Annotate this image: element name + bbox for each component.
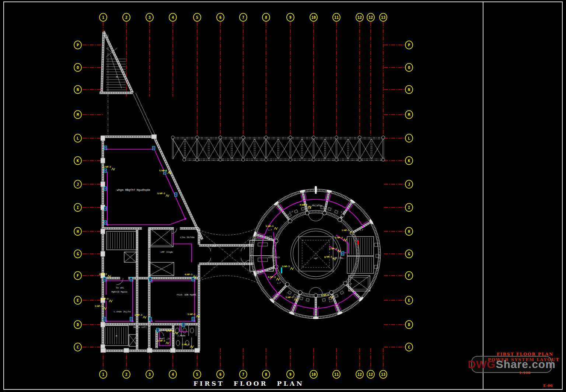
building-walls bbox=[99, 31, 254, 353]
grid-bubble: 9 bbox=[287, 13, 294, 21]
stair-label-2: M bbox=[116, 335, 117, 337]
room-label: Sv uhL bbox=[116, 286, 124, 289]
svg-text:L: L bbox=[77, 136, 79, 140]
svg-text:D: D bbox=[77, 323, 79, 327]
wp-tag: S/WP-3 bbox=[157, 340, 165, 342]
atrium-label: Hs|afqw bbox=[312, 204, 322, 207]
grid-bubble: N bbox=[405, 85, 413, 94]
svg-text:K: K bbox=[408, 159, 410, 163]
grid-bubble: 5 bbox=[193, 13, 201, 21]
svg-text:G: G bbox=[77, 252, 79, 256]
grid-bubble: C bbox=[74, 343, 81, 351]
grid-bubble: L bbox=[74, 134, 81, 142]
svg-text:N: N bbox=[77, 88, 79, 92]
wp-tag: 2/WP-3 bbox=[99, 273, 107, 275]
grid-bubble: E bbox=[405, 296, 413, 304]
svg-text:E: E bbox=[408, 298, 410, 302]
grid-bubble: J bbox=[74, 180, 81, 188]
svg-text:13: 13 bbox=[381, 372, 385, 377]
grid-bubble: O bbox=[74, 63, 81, 71]
svg-text:F: F bbox=[408, 274, 410, 278]
grid-bubble: 2 bbox=[123, 370, 130, 378]
svg-text:N: N bbox=[408, 88, 410, 92]
svg-text:13: 13 bbox=[381, 15, 385, 20]
wp-tag: g/WP-3 bbox=[324, 256, 332, 258]
svg-text:K: K bbox=[77, 159, 79, 163]
grid-bubble: I bbox=[74, 203, 81, 211]
wp-tag: 1/WP-3 bbox=[321, 294, 329, 296]
grid-bubble: 6 bbox=[217, 370, 224, 378]
room-label: c]hu Id/hdw bbox=[180, 236, 195, 238]
grid-bubble: 12 bbox=[367, 13, 374, 21]
svg-text:5: 5 bbox=[196, 372, 198, 377]
svg-text:7: 7 bbox=[242, 15, 244, 20]
wp-tag: 5/WP-3 bbox=[159, 169, 167, 172]
svg-text:G: G bbox=[408, 252, 410, 256]
sector-label: s.F bbox=[295, 300, 299, 302]
grid-bubble: 8 bbox=[262, 370, 270, 378]
watermark-dwg: DWG bbox=[468, 358, 496, 371]
grid-bubble: 13 bbox=[380, 370, 387, 378]
svg-text:12: 12 bbox=[368, 372, 373, 377]
grid-bubble: 12 bbox=[356, 13, 363, 21]
sector-label: s.F bbox=[277, 282, 281, 284]
svg-text:3: 3 bbox=[149, 372, 151, 377]
grid-bubble: 5 bbox=[193, 370, 201, 378]
svg-text:8: 8 bbox=[265, 372, 267, 377]
svg-text:4: 4 bbox=[172, 372, 174, 377]
svg-text:P: P bbox=[408, 43, 410, 47]
grid-bubble: D bbox=[74, 321, 81, 329]
grid-bubble: L bbox=[405, 134, 413, 142]
grid-bubble: G bbox=[74, 250, 81, 258]
annotations: S/WP-35/WP-3S/WP-32/WP-31/WP-34/WP-35/WP… bbox=[95, 146, 363, 348]
grid-bubble: 11 bbox=[333, 370, 340, 378]
sector-label: s.F bbox=[268, 229, 272, 231]
svg-text:P: P bbox=[77, 43, 79, 47]
grid-bubble: O bbox=[405, 63, 413, 71]
svg-text:11: 11 bbox=[334, 372, 339, 377]
wp-tag: 4/WP-3 bbox=[300, 204, 307, 206]
sector-label: s.F bbox=[289, 211, 293, 213]
wp-tag: 1/WP-3 bbox=[166, 330, 174, 332]
wp-tag: S/WP-3 bbox=[103, 166, 111, 168]
svg-text:I: I bbox=[77, 206, 79, 210]
svg-text:11: 11 bbox=[334, 15, 339, 20]
svg-text:H: H bbox=[77, 230, 79, 234]
grid-bubble: 12 bbox=[367, 370, 374, 378]
wp-tag: 1/WP-3 bbox=[342, 229, 349, 231]
room-label: Hgkh]D Hgaso bbox=[111, 290, 127, 293]
wp-tag: 1/WP-3 bbox=[134, 314, 142, 316]
grid-bubble: 1 bbox=[99, 13, 107, 21]
watermark-sharecom: Share.com bbox=[496, 358, 555, 371]
grid-bubble: 9 bbox=[287, 370, 294, 378]
wp-tag: 3/WP-3 bbox=[182, 343, 189, 346]
grid-bubble: K bbox=[405, 157, 413, 165]
grid-bubble: 3 bbox=[146, 370, 153, 378]
svg-text:O: O bbox=[77, 66, 79, 70]
svg-text:5: 5 bbox=[196, 15, 198, 20]
grid-bubble: 12 bbox=[356, 370, 363, 378]
svg-text:J: J bbox=[408, 182, 410, 186]
svg-text:3: 3 bbox=[149, 15, 151, 20]
wp-tag: 3/WP-3 bbox=[95, 305, 102, 307]
grid-bubble: 10 bbox=[310, 370, 317, 378]
room-label: HodT ,jc bbox=[160, 337, 170, 340]
room-label: J,Hgdm bbox=[177, 334, 185, 337]
floor-plan-canvas: S/WP-35/WP-3S/WP-32/WP-31/WP-34/WP-35/WP… bbox=[0, 0, 566, 392]
svg-text:L: L bbox=[408, 136, 410, 140]
sheet-number: E-06 bbox=[543, 384, 553, 388]
svg-text:F: F bbox=[77, 274, 79, 278]
sector-label: s.F bbox=[348, 283, 352, 285]
room-label: u|H ]Kujc bbox=[268, 256, 280, 259]
sector-label: s.F bbox=[360, 229, 363, 231]
wp-tag: S/WP-3 bbox=[157, 192, 165, 195]
svg-text:I: I bbox=[408, 206, 410, 210]
grid-bubble: H bbox=[405, 227, 413, 235]
dwgshare-watermark: DWGShare.com bbox=[471, 356, 552, 373]
room-label: u,HR ]Rq, bbox=[332, 256, 344, 259]
room-label: c.vhdn Jkj/hv bbox=[114, 310, 131, 313]
drawing-title: FIRST FLOOR PLAN bbox=[193, 380, 304, 387]
core-label: ngF bbox=[314, 257, 318, 260]
room-label: cHF ]Ingb bbox=[161, 251, 173, 253]
grid-bubble: P bbox=[405, 41, 413, 49]
